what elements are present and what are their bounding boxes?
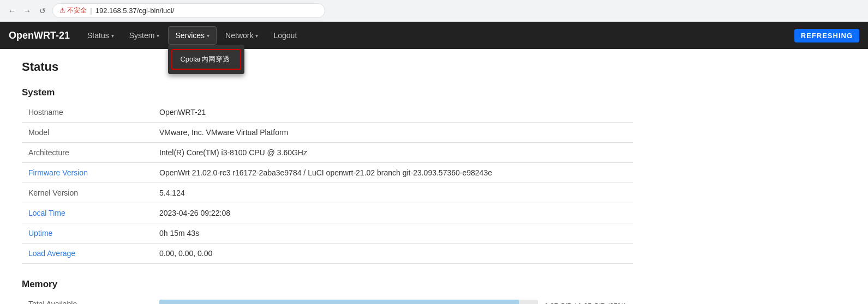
dropdown-item-cpolar[interactable]: Cpolar内网穿透 — [171, 49, 241, 70]
back-button[interactable]: ← — [7, 5, 17, 16]
progress-label: 1.87 GiB / 1.95 GiB (95%) — [544, 302, 626, 305]
row-value: 5.4.124 — [153, 183, 633, 203]
row-value: Intel(R) Core(TM) i3-8100 CPU @ 3.60GHz — [153, 143, 633, 163]
system-info-table: HostnameOpenWRT-21ModelVMware, Inc. VMwa… — [22, 102, 633, 264]
row-label: Hostname — [22, 102, 153, 123]
caret-icon: ▾ — [207, 33, 209, 39]
navbar-menu: Status ▾ System ▾ Services ▾ Cpolar内网穿透 … — [81, 26, 794, 45]
address-bar[interactable]: ⚠ 不安全 | 192.168.5.37/cgi-bin/luci/ — [52, 3, 325, 18]
table-row: Local Time2023-04-26 09:22:08 — [22, 203, 633, 223]
nav-item-status[interactable]: Status ▾ — [81, 27, 121, 44]
nav-item-services[interactable]: Services ▾ — [168, 26, 217, 45]
browser-chrome: ← → ↺ ⚠ 不安全 | 192.168.5.37/cgi-bin/luci/ — [0, 0, 868, 22]
row-label: Local Time — [22, 203, 153, 223]
services-dropdown-menu: Cpolar内网穿透 — [168, 45, 244, 74]
table-row: HostnameOpenWRT-21 — [22, 102, 633, 123]
nav-item-network[interactable]: Network ▾ — [219, 27, 265, 44]
row-label: Load Average — [22, 244, 153, 264]
nav-item-logout[interactable]: Logout — [267, 27, 303, 44]
memory-info-table: Total Available1.87 GiB / 1.95 GiB (95%) — [22, 294, 633, 304]
security-warning: ⚠ 不安全 — [59, 6, 87, 15]
page-title: Status — [22, 60, 633, 74]
row-value: 0.00, 0.00, 0.00 — [153, 244, 633, 264]
url-display: 192.168.5.37/cgi-bin/luci/ — [95, 7, 175, 15]
table-row: ModelVMware, Inc. VMware Virtual Platfor… — [22, 123, 633, 143]
table-row: Total Available1.87 GiB / 1.95 GiB (95%) — [22, 294, 633, 304]
forward-button[interactable]: → — [22, 5, 33, 16]
row-value: OpenWRT-21 — [153, 102, 633, 123]
row-label: Firmware Version — [22, 163, 153, 183]
caret-icon: ▾ — [157, 33, 159, 39]
row-label: Model — [22, 123, 153, 143]
memory-section-title: Memory — [22, 275, 633, 294]
table-row: Firmware VersionOpenWrt 21.02.0-rc3 r161… — [22, 163, 633, 183]
progress-bar-fill — [159, 300, 519, 304]
caret-icon: ▾ — [111, 33, 114, 39]
progress-bar-container — [159, 300, 538, 304]
navbar: OpenWRT-21 Status ▾ System ▾ Services ▾ … — [0, 22, 868, 49]
row-value: 1.87 GiB / 1.95 GiB (95%) — [153, 294, 633, 304]
navbar-brand[interactable]: OpenWRT-21 — [9, 30, 70, 41]
row-label: Total Available — [22, 294, 153, 304]
reload-button[interactable]: ↺ — [37, 5, 48, 16]
refreshing-badge: REFRESHING — [794, 29, 859, 42]
services-dropdown-container: Services ▾ Cpolar内网穿透 — [168, 26, 217, 45]
caret-icon: ▾ — [255, 33, 258, 39]
row-value: VMware, Inc. VMware Virtual Platform — [153, 123, 633, 143]
table-row: Uptime0h 15m 43s — [22, 223, 633, 244]
row-value: 2023-04-26 09:22:08 — [153, 203, 633, 223]
system-section-title: System — [22, 83, 633, 102]
nav-item-system[interactable]: System ▾ — [123, 27, 166, 44]
row-value: OpenWrt 21.02.0-rc3 r16172-2aba3e9784 / … — [153, 163, 633, 183]
row-value: 0h 15m 43s — [153, 223, 633, 244]
row-label: Kernel Version — [22, 183, 153, 203]
row-label: Architecture — [22, 143, 153, 163]
row-label: Uptime — [22, 223, 153, 244]
table-row: Load Average0.00, 0.00, 0.00 — [22, 244, 633, 264]
table-row: ArchitectureIntel(R) Core(TM) i3-8100 CP… — [22, 143, 633, 163]
table-row: Kernel Version5.4.124 — [22, 183, 633, 203]
main-content: Status System HostnameOpenWRT-21ModelVMw… — [0, 49, 655, 304]
